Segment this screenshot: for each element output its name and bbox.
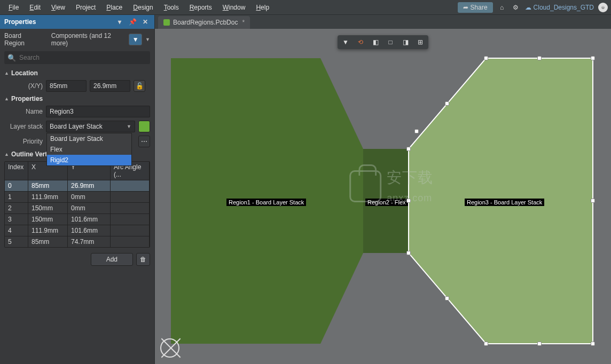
region1-label: Region1 - Board Layer Stack — [226, 199, 306, 206]
menu-window[interactable]: Window — [217, 2, 251, 13]
vertex-handle[interactable] — [484, 56, 488, 60]
share-label: Share — [471, 4, 488, 11]
layerstack-value: Board Layer Stack — [50, 123, 103, 130]
vertex-handle[interactable] — [591, 342, 595, 346]
table-row[interactable]: 585mm74.7mm — [5, 236, 150, 247]
search-box[interactable]: 🔍 — [4, 51, 150, 64]
col-index[interactable]: Index — [5, 162, 28, 180]
edge-handle[interactable] — [591, 199, 595, 203]
edge-handle[interactable] — [445, 296, 449, 300]
menu-tools[interactable]: Tools — [159, 2, 184, 13]
option-rigid2[interactable]: Rigid2 — [47, 155, 131, 165]
layerstack-select[interactable]: Board Layer Stack ▼ Board Layer Stack Fl… — [46, 121, 135, 132]
menu-view[interactable]: View — [46, 2, 70, 13]
table-row[interactable]: 3150mm101.6mm — [5, 213, 150, 225]
tab-dirty-indicator: * — [242, 19, 245, 26]
mode1-button[interactable]: ◧ — [369, 36, 382, 48]
edge-handle[interactable] — [406, 199, 411, 203]
canvas[interactable]: Region1 - Board Layer Stack Region2 - Fl… — [155, 29, 611, 364]
add-button[interactable]: Add — [91, 253, 133, 266]
properties-title: Properties — [11, 95, 43, 102]
cell-y: 101.6mm — [68, 225, 111, 236]
cell-x: 111.9mm — [28, 225, 68, 236]
tab-label: BoardRegions.PcbDoc — [173, 19, 238, 26]
cell-arc — [111, 180, 150, 191]
x-input[interactable] — [46, 80, 87, 92]
vertex-handle[interactable] — [406, 147, 411, 151]
search-input[interactable] — [19, 54, 147, 61]
view-toolbar: ▼ ⟲ ◧ □ ◨ ⊞ — [338, 35, 428, 49]
mode2-button[interactable]: □ — [383, 36, 397, 48]
panel-pin-icon[interactable]: 📌 — [128, 17, 137, 27]
collapse-icon: ▲ — [4, 70, 9, 76]
option-board-layer-stack[interactable]: Board Layer Stack — [47, 133, 131, 144]
chevron-down-icon: ▼ — [127, 124, 131, 129]
menu-edit[interactable]: Edit — [24, 2, 46, 13]
search-icon: 🔍 — [7, 54, 16, 62]
cell-arc — [111, 214, 150, 225]
cell-x: 150mm — [28, 203, 68, 213]
table-row[interactable]: 4111.9mm101.6mm — [5, 225, 150, 236]
cell-index: 4 — [5, 225, 28, 236]
cell-arc — [111, 236, 150, 247]
gear-icon[interactable]: ⚙ — [511, 3, 521, 12]
avatar[interactable]: ⍟ — [598, 3, 608, 12]
vertex-handle[interactable] — [484, 342, 488, 346]
menubar: File Edit View Project Place Design Tool… — [0, 0, 611, 15]
chevron-down-icon[interactable]: ▼ — [145, 37, 150, 42]
vertex-handle[interactable] — [591, 56, 595, 60]
cell-y: 101.6mm — [68, 214, 111, 225]
section-properties[interactable]: ▲ Properties — [4, 95, 150, 102]
components-label: Components (and 12 more) — [51, 32, 126, 47]
home-icon[interactable]: ⌂ — [497, 3, 507, 12]
table-row[interactable]: 1111.9mm0mm — [5, 191, 150, 202]
mode3-button[interactable]: ◨ — [398, 36, 412, 48]
table-row[interactable]: 085mm26.9mm — [5, 180, 150, 191]
name-input[interactable] — [46, 106, 150, 117]
cloud-workspace[interactable]: ☁ Cloud_Designs_GTD — [525, 4, 594, 11]
mode4-button[interactable]: ⊞ — [413, 36, 427, 48]
edge-handle[interactable] — [445, 101, 449, 106]
edge-handle[interactable] — [537, 56, 542, 60]
table-row[interactable]: 2150mm0mm — [5, 202, 150, 213]
panel-dropdown-icon[interactable]: ▾ — [115, 17, 124, 27]
cell-y: 0mm — [68, 203, 111, 213]
priority-extra-button[interactable]: ⋯ — [138, 136, 150, 147]
cell-x: 85mm — [28, 236, 68, 247]
filter-button[interactable]: ▼ — [129, 34, 142, 45]
share-icon: ➦ — [463, 4, 468, 11]
lock-icon: 🔓 — [136, 82, 144, 90]
snap-button[interactable]: ⟲ — [354, 36, 367, 48]
y-input[interactable] — [90, 80, 130, 92]
option-flex[interactable]: Flex — [47, 144, 131, 155]
cell-y: 0mm — [68, 192, 111, 202]
panel-header: Properties ▾ 📌 ✕ — [0, 15, 154, 29]
panel-close-icon[interactable]: ✕ — [140, 17, 150, 27]
edge-handle[interactable] — [414, 129, 419, 133]
cell-arc — [111, 192, 150, 202]
cell-index: 2 — [5, 203, 28, 213]
lock-button[interactable]: 🔓 — [134, 80, 145, 92]
origin-marker — [160, 338, 179, 358]
filter-view-button[interactable]: ▼ — [339, 36, 352, 48]
tab-document[interactable]: BoardRegions.PcbDoc * — [158, 16, 250, 29]
menu-project[interactable]: Project — [70, 2, 101, 13]
xy-label: (X/Y) — [4, 82, 43, 90]
cloud-icon: ☁ — [525, 4, 531, 11]
trash-icon: 🗑 — [140, 256, 146, 263]
vertex-handle[interactable] — [406, 251, 411, 255]
tab-strip: BoardRegions.PcbDoc * — [155, 15, 611, 29]
section-location[interactable]: ▲ Location — [4, 69, 150, 77]
cell-arc — [111, 203, 150, 213]
menu-help[interactable]: Help — [250, 2, 275, 13]
delete-button[interactable]: 🗑 — [136, 253, 150, 266]
menu-place[interactable]: Place — [101, 2, 128, 13]
menu-design[interactable]: Design — [128, 2, 158, 13]
menu-reports[interactable]: Reports — [184, 2, 217, 13]
cell-x: 85mm — [28, 180, 68, 191]
collapse-icon: ▲ — [4, 96, 9, 101]
menu-file[interactable]: File — [3, 2, 24, 13]
layer-color-swatch[interactable] — [138, 121, 150, 132]
share-button[interactable]: ➦ Share — [458, 2, 493, 13]
edge-handle[interactable] — [537, 342, 542, 346]
